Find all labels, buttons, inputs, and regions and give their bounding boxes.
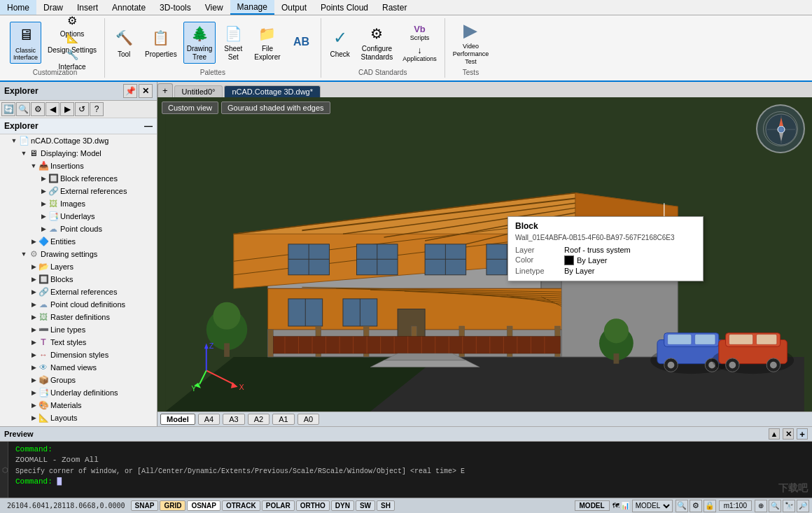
menu-output[interactable]: Output (274, 0, 314, 15)
tree-item-ext-refs[interactable]: ▶ 🔗 External references (0, 185, 157, 197)
tree-expand-text-styles[interactable]: ▶ (29, 338, 38, 346)
tree-expand-entities[interactable]: ▶ (29, 237, 38, 246)
tree-item-images[interactable]: ▶ 🖼 Images (0, 197, 157, 210)
toolbar-help-btn[interactable]: ? (90, 102, 104, 116)
ribbon-btn-applications[interactable]: ↓ Applications (399, 43, 440, 63)
tree-expand-drawing-settings[interactable]: ▼ (20, 250, 28, 258)
tree-expand-line-types[interactable]: ▶ (29, 325, 38, 334)
status-btn-sh[interactable]: SH (377, 500, 395, 511)
status-nav-btn4[interactable]: 🔎 (797, 500, 809, 512)
tree-item-point-clouds[interactable]: ▶ ☁ Point clouds (0, 223, 157, 235)
tree-expand-displaying[interactable]: ▼ (20, 149, 28, 157)
tree-item-point-cloud-defs[interactable]: ▶ ☁ Point cloud definitions (0, 298, 157, 311)
tree-item-dim-styles[interactable]: ▶ ↔ Dimension styles (0, 349, 157, 361)
ribbon-btn-classic-interface[interactable]: 🖥 ClassicInterface (10, 22, 41, 64)
tree-expand-named-views[interactable]: ▶ (29, 363, 38, 372)
status-lock-btn[interactable]: 🔒 (704, 500, 716, 512)
menu-insert[interactable]: Insert (70, 0, 105, 15)
model-tab-a4[interactable]: A4 (198, 414, 220, 425)
toolbar-prev-btn[interactable]: ◀ (46, 102, 59, 116)
view-custom-btn[interactable]: Custom view (162, 101, 218, 114)
tree-expand-underlay-defs[interactable]: ▶ (29, 388, 38, 397)
tree-expand-underlays[interactable]: ▶ (39, 212, 48, 220)
status-btn-ortho[interactable]: ORTHO (296, 500, 330, 511)
tree-item-block-refs[interactable]: ▶ 🔲 Block references (0, 172, 157, 185)
tree-expand-groups[interactable]: ▶ (29, 376, 38, 384)
tree-expand-raster-defs[interactable]: ▶ (29, 313, 38, 321)
preview-close-btn[interactable]: ✕ (783, 428, 794, 440)
menu-points-cloud[interactable]: Points Cloud (314, 0, 375, 15)
tree-expand-insertions[interactable]: ▼ (29, 162, 38, 170)
tree-item-underlay-defs[interactable]: ▶ 📑 Underlay definitions (0, 386, 157, 399)
tree-expand-block-refs[interactable]: ▶ (39, 174, 48, 183)
model-tab-a0[interactable]: A0 (298, 414, 319, 425)
ribbon-btn-tool[interactable]: 🔨 Tool (109, 22, 139, 64)
ribbon-btn-interface[interactable]: 🔧Interface (44, 52, 100, 67)
menu-home[interactable]: Home (0, 0, 36, 15)
toolbar-filter-btn[interactable]: 🔍 (16, 102, 30, 116)
menu-view[interactable]: View (198, 0, 230, 15)
status-nav-btn2[interactable]: 🔍 (769, 500, 781, 512)
tree-item-drawing-settings[interactable]: ▼ ⚙ Drawing settings (0, 248, 157, 260)
tree-item-layers[interactable]: ▶ 📂 Layers (0, 260, 157, 273)
model-tab-a2[interactable]: A2 (248, 414, 270, 425)
viewport-add-tab-btn[interactable]: + (158, 83, 173, 97)
viewport-tab-cottage3d[interactable]: nCAD.Cottage 3D.dwg* (224, 85, 321, 97)
toolbar-reload-btn[interactable]: ↺ (75, 102, 89, 116)
tree-expand-ext-refs2[interactable]: ▶ (29, 288, 38, 296)
status-btn-sw[interactable]: SW (356, 500, 375, 511)
menu-draw[interactable]: Draw (36, 0, 70, 15)
status-btn-otrack[interactable]: OTRACK (222, 500, 260, 511)
ribbon-btn-video-performance[interactable]: ▶ VideoPerformanceTest (449, 22, 493, 64)
tree-expand-ext-refs[interactable]: ▶ (39, 187, 48, 195)
status-zoom-in-btn[interactable]: 🔍 (676, 500, 688, 512)
preview-expand-btn[interactable]: ▲ (769, 428, 780, 440)
tree-item-groups[interactable]: ▶ 📦 Groups (0, 374, 157, 386)
explorer-collapse-btn[interactable]: — (144, 121, 153, 131)
tree-item-line-types[interactable]: ▶ ➖ Line types (0, 323, 157, 336)
menu-raster[interactable]: Raster (375, 0, 414, 15)
explorer-close-btn[interactable]: ✕ (139, 84, 153, 98)
menu-manage[interactable]: Manage (230, 0, 274, 15)
status-btn-snap[interactable]: SNAP (131, 500, 159, 511)
tree-item-raster-defs[interactable]: ▶ 🖼 Raster definitions (0, 311, 157, 323)
status-btn-dyn[interactable]: DYN (331, 500, 354, 511)
tree-expand-materials[interactable]: ▶ (29, 401, 38, 409)
tree-item-materials[interactable]: ▶ 🎨 Materials (0, 399, 157, 412)
tree-item-blocks[interactable]: ▶ 🔲 Blocks (0, 273, 157, 286)
toolbar-refresh-btn[interactable]: 🔄 (1, 102, 15, 116)
ribbon-btn-check[interactable]: ✓ Check (326, 22, 355, 64)
ribbon-btn-file-explorer[interactable]: 📁 FileExplorer (251, 22, 284, 64)
model-tab-a3[interactable]: A3 (223, 414, 244, 425)
model-tab-a1[interactable]: A1 (272, 414, 294, 425)
ribbon-btn-ab[interactable]: AB (287, 22, 316, 64)
explorer-pin-btn[interactable]: 📌 (123, 84, 137, 98)
status-settings-btn[interactable]: ⚙ (690, 500, 702, 512)
status-btn-osnap[interactable]: OSNAP (187, 500, 220, 511)
status-btn-polar[interactable]: POLAR (262, 500, 295, 511)
preview-add-btn[interactable]: + (797, 428, 808, 440)
menu-annotate[interactable]: Annotate (105, 0, 153, 15)
viewport-tab-untitled[interactable]: Untitled0° (174, 85, 223, 97)
menu-3dtools[interactable]: 3D-tools (153, 0, 198, 15)
ribbon-btn-configure-standards[interactable]: ⚙ ConfigureStandards (358, 22, 397, 64)
view-shading-btn[interactable]: Gouraud shaded with edges (221, 101, 330, 114)
tree-item-insertions[interactable]: ▼ 📥 Insertions (0, 160, 157, 172)
tree-item-entities[interactable]: ▶ 🔷 Entities (0, 235, 157, 248)
tree-expand-images[interactable]: ▶ (39, 199, 48, 208)
tree-item-underlays[interactable]: ▶ 📑 Underlays (0, 210, 157, 223)
ribbon-btn-drawing-tree[interactable]: 🌲 DrawingTree (183, 22, 216, 64)
tree-expand-dim-styles[interactable]: ▶ (29, 351, 38, 359)
ribbon-btn-sheet-set[interactable]: 📄 SheetSet (218, 22, 248, 64)
toolbar-settings-btn[interactable]: ⚙ (31, 102, 45, 116)
tree-expand-file[interactable]: ▼ (10, 136, 18, 145)
tree-item-named-views[interactable]: ▶ 👁 Named views (0, 361, 157, 374)
status-nav-btn3[interactable]: 🔭 (783, 500, 795, 512)
tree-item-displaying[interactable]: ▼ 🖥 Displaying: Model (0, 147, 157, 160)
tree-expand-point-cloud-defs[interactable]: ▶ (29, 300, 38, 309)
ribbon-btn-properties[interactable]: 📋 Properties (141, 22, 181, 64)
status-nav-btn1[interactable]: ⊕ (755, 500, 767, 512)
tree-item-text-styles[interactable]: ▶ T Text styles (0, 336, 157, 349)
tree-expand-blocks[interactable]: ▶ (29, 275, 38, 283)
status-btn-grid[interactable]: GRID (160, 500, 186, 511)
